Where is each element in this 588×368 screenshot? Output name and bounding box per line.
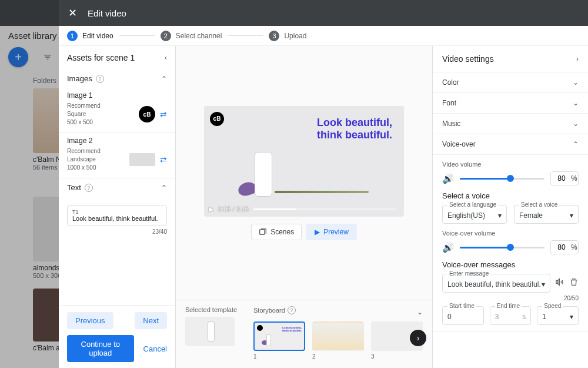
- voiceover-volume-label: Voice-over volume: [442, 230, 579, 237]
- lavender-graphic: [275, 191, 369, 193]
- step-edit-video[interactable]: 1 Edit video: [67, 31, 113, 41]
- close-icon[interactable]: ✕: [68, 6, 77, 19]
- image-1-thumb[interactable]: cB: [139, 106, 155, 122]
- brand-logo-icon: cB: [210, 112, 224, 126]
- chevron-up-icon: ⌃: [573, 140, 579, 148]
- scenes-button[interactable]: Scenes: [251, 224, 302, 240]
- cancel-link[interactable]: Cancel: [143, 344, 167, 353]
- delete-icon[interactable]: [569, 277, 579, 289]
- help-icon[interactable]: ?: [85, 184, 93, 192]
- voiceover-section[interactable]: Voice-over⌃: [433, 134, 588, 155]
- start-time-input[interactable]: Start time 0: [442, 306, 484, 325]
- image-1-block: Image 1 Recommend Square 500 x 500 cB ⇄: [59, 88, 175, 133]
- video-progress[interactable]: [253, 208, 397, 210]
- image-2-thumb[interactable]: [129, 153, 155, 166]
- video-time: 0:05 / 0:15: [218, 205, 249, 213]
- end-time-input[interactable]: End time 3s: [490, 306, 532, 325]
- dropdown-icon: ▾: [542, 280, 545, 289]
- selected-template-label: Selected template: [185, 306, 242, 313]
- dropdown-icon: ▾: [570, 211, 573, 220]
- assets-panel: Assets for scene 1 ‹ Images? ⌃ Image 1 R…: [59, 46, 176, 368]
- chevron-down-icon: ⌄: [573, 99, 579, 107]
- edit-video-modal: ✕ Edit video 1 Edit video 2 Select chann…: [59, 0, 588, 368]
- font-section[interactable]: Font⌄: [433, 93, 588, 114]
- svg-rect-0: [260, 229, 265, 234]
- dropdown-icon: ▾: [570, 313, 573, 321]
- step-select-channel[interactable]: 2 Select channel: [161, 31, 222, 41]
- chevron-up-icon: ⌃: [161, 184, 167, 192]
- preview-button[interactable]: ▶ Preview: [306, 224, 357, 240]
- text-section-header[interactable]: Text? ⌃: [59, 178, 175, 197]
- next-button[interactable]: Next: [135, 312, 167, 329]
- continue-upload-button[interactable]: Continue to upload: [67, 335, 134, 362]
- collapse-panel-icon[interactable]: ‹: [165, 54, 167, 62]
- template-thumb[interactable]: [185, 317, 235, 346]
- storyboard-scene-2[interactable]: [312, 321, 364, 351]
- voiceover-messages-title: Voice-over messages: [442, 260, 579, 269]
- chevron-down-icon: ⌄: [573, 78, 579, 87]
- images-section-header[interactable]: Images? ⌃: [59, 69, 175, 88]
- assets-panel-title: Assets for scene 1: [67, 53, 135, 62]
- play-icon[interactable]: ▶: [209, 205, 213, 213]
- stepper: 1 Edit video 2 Select channel 3 Upload: [59, 26, 588, 46]
- image-2-block: Image 2 Recommend Landscape 1000 x 500 ⇄: [59, 133, 175, 178]
- voiceover-volume-input[interactable]: %: [550, 240, 579, 254]
- video-volume-slider[interactable]: [460, 178, 544, 180]
- storyboard-label: Storyboard: [253, 307, 285, 314]
- swap-icon[interactable]: ⇄: [160, 110, 167, 119]
- dropdown-icon: ▾: [498, 211, 502, 220]
- chevron-down-icon: ⌄: [573, 120, 579, 128]
- music-section[interactable]: Music⌄: [433, 114, 588, 134]
- video-preview[interactable]: cB Look beautiful, think beautiful. ▶ 0:…: [204, 106, 404, 217]
- language-select[interactable]: Select a language English(US)▾: [442, 205, 507, 224]
- voiceover-volume-slider[interactable]: [460, 247, 544, 248]
- speaker-icon[interactable]: 🔊: [442, 242, 454, 253]
- storyboard-scene-1[interactable]: Look beautiful,think beautiful.: [253, 321, 305, 351]
- color-section[interactable]: Color⌄: [433, 72, 588, 93]
- play-message-icon[interactable]: [555, 277, 564, 289]
- chevron-right-icon[interactable]: ›: [576, 55, 579, 63]
- chevron-up-icon: ⌃: [161, 75, 167, 83]
- previous-button[interactable]: Previous: [67, 312, 113, 329]
- speed-select[interactable]: Speed 1▾: [537, 306, 579, 325]
- video-volume-label: Video volume: [442, 161, 579, 168]
- text-counter: 23/40: [67, 228, 167, 235]
- product-bottle-graphic: [255, 152, 272, 197]
- modal-title: Edit video: [88, 8, 126, 18]
- help-icon[interactable]: ?: [288, 306, 296, 314]
- speaker-icon[interactable]: 🔊: [442, 173, 454, 184]
- help-icon[interactable]: ?: [96, 75, 104, 83]
- storyboard-strip: Selected template Storyboard? ⌄ Look bea…: [176, 300, 432, 368]
- swap-icon[interactable]: ⇄: [160, 155, 167, 164]
- preview-panel: cB Look beautiful, think beautiful. ▶ 0:…: [176, 46, 433, 368]
- chevron-down-icon[interactable]: ⌄: [417, 308, 423, 316]
- storyboard-next-icon[interactable]: ›: [410, 330, 426, 346]
- play-icon: ▶: [315, 228, 320, 236]
- text-t1-input[interactable]: T1 Look beautiful, think beautiful.: [67, 205, 167, 226]
- voice-select[interactable]: Select a voice Female▾: [514, 205, 579, 224]
- video-settings-panel: Video settings › Color⌄ Font⌄ Music⌄ Voi…: [433, 46, 588, 368]
- message-counter: 20/50: [442, 295, 579, 301]
- video-headline: Look beautiful, think beautiful.: [317, 117, 392, 142]
- step-upload[interactable]: 3 Upload: [269, 31, 306, 41]
- modal-header: ✕ Edit video: [59, 0, 588, 26]
- enter-message-select[interactable]: Enter message Look beautiful, think beau…: [442, 274, 550, 293]
- video-settings-title: Video settings: [442, 54, 494, 64]
- select-voice-title: Select a voice: [442, 191, 579, 200]
- video-volume-input[interactable]: %: [550, 171, 579, 185]
